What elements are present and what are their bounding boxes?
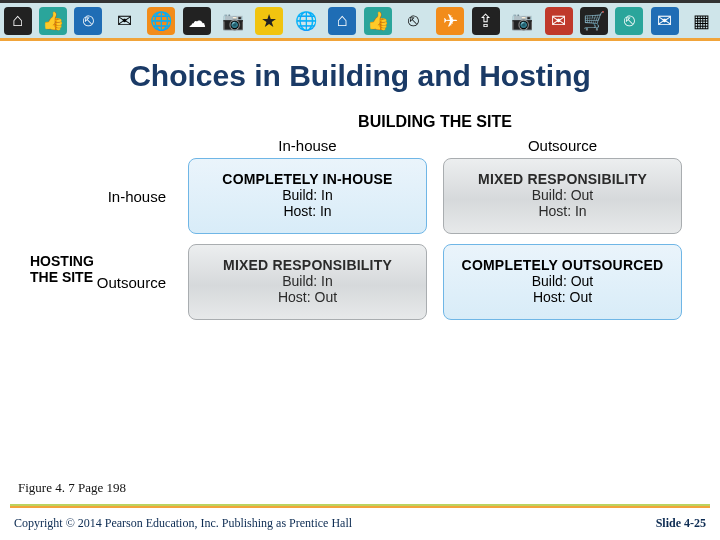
col-label-outsource: Outsource bbox=[435, 133, 690, 158]
cloud-icon: ☁ bbox=[183, 7, 211, 35]
cell-line: Host: Out bbox=[197, 289, 418, 305]
cell-head: MIXED RESPONSIBILITY bbox=[452, 171, 673, 187]
thumbs-up-icon: 👍 bbox=[364, 7, 392, 35]
column-labels: In-house Outsource bbox=[180, 133, 690, 158]
cart-icon: 🛒 bbox=[580, 7, 608, 35]
house-icon: ⌂ bbox=[328, 7, 356, 35]
cell-out-out: COMPLETELY OUTSOURCED Build: Out Host: O… bbox=[443, 244, 682, 320]
map-icon: ▦ bbox=[686, 6, 716, 36]
mail-icon: ✉ bbox=[545, 7, 573, 35]
figure-caption: Figure 4. 7 Page 198 bbox=[18, 480, 126, 496]
cell-line: Host: Out bbox=[452, 289, 673, 305]
figure-matrix: BUILDING THE SITE In-house Outsource HOS… bbox=[0, 103, 720, 540]
slide-title: Choices in Building and Hosting bbox=[0, 59, 720, 93]
camera-icon: 📷 bbox=[218, 6, 248, 36]
cell-line: Build: Out bbox=[452, 187, 673, 203]
matrix-row-inhouse: In-house COMPLETELY IN-HOUSE Build: In H… bbox=[30, 158, 690, 234]
matrix-row-outsource: Outsource MIXED RESPONSIBILITY Build: In… bbox=[30, 244, 690, 320]
footer: Copyright © 2014 Pearson Education, Inc.… bbox=[10, 506, 710, 534]
cell-head: COMPLETELY IN-HOUSE bbox=[197, 171, 418, 187]
wifi-icon: ⎋ bbox=[399, 6, 429, 36]
camera-icon: 📷 bbox=[507, 6, 537, 36]
cell-head: MIXED RESPONSIBILITY bbox=[197, 257, 418, 273]
cell-line: Build: Out bbox=[452, 273, 673, 289]
slide-number: Slide 4-25 bbox=[656, 516, 706, 531]
cell-line: Host: In bbox=[452, 203, 673, 219]
wifi-icon: ⎋ bbox=[615, 7, 643, 35]
cell-in-in: COMPLETELY IN-HOUSE Build: In Host: In bbox=[188, 158, 427, 234]
banner-underline bbox=[0, 38, 720, 41]
thumbs-up-icon: 👍 bbox=[39, 7, 67, 35]
building-header: BUILDING THE SITE bbox=[180, 113, 690, 131]
globe-icon: 🌐 bbox=[291, 6, 321, 36]
wifi-icon: ⎋ bbox=[74, 7, 102, 35]
cell-in-out: MIXED RESPONSIBILITY Build: Out Host: In bbox=[443, 158, 682, 234]
hosting-header: HOSTING THE SITE bbox=[30, 253, 114, 285]
sms-icon: ✉ bbox=[651, 7, 679, 35]
globe-icon: 🌐 bbox=[147, 7, 175, 35]
cell-line: Build: In bbox=[197, 273, 418, 289]
plane-icon: ✈ bbox=[436, 7, 464, 35]
share-icon: ⇪ bbox=[472, 7, 500, 35]
sms-icon: ✉ bbox=[110, 6, 140, 36]
copyright-text: Copyright © 2014 Pearson Education, Inc.… bbox=[14, 516, 352, 531]
slide: ⌂ 👍 ⎋ ✉ 🌐 ☁ 📷 ★ 🌐 ⌂ 👍 ⎋ ✈ ⇪ 📷 ✉ 🛒 ⎋ ✉ ▦ … bbox=[0, 0, 720, 540]
cell-line: Build: In bbox=[197, 187, 418, 203]
house-icon: ⌂ bbox=[4, 7, 32, 35]
cell-head: COMPLETELY OUTSOURCED bbox=[452, 257, 673, 273]
star-icon: ★ bbox=[255, 7, 283, 35]
cell-out-in: MIXED RESPONSIBILITY Build: In Host: Out bbox=[188, 244, 427, 320]
decorative-icon-banner: ⌂ 👍 ⎋ ✉ 🌐 ☁ 📷 ★ 🌐 ⌂ 👍 ⎋ ✈ ⇪ 📷 ✉ 🛒 ⎋ ✉ ▦ bbox=[0, 0, 720, 38]
col-label-inhouse: In-house bbox=[180, 133, 435, 158]
cell-line: Host: In bbox=[197, 203, 418, 219]
row-label-inhouse: In-house bbox=[108, 188, 166, 205]
